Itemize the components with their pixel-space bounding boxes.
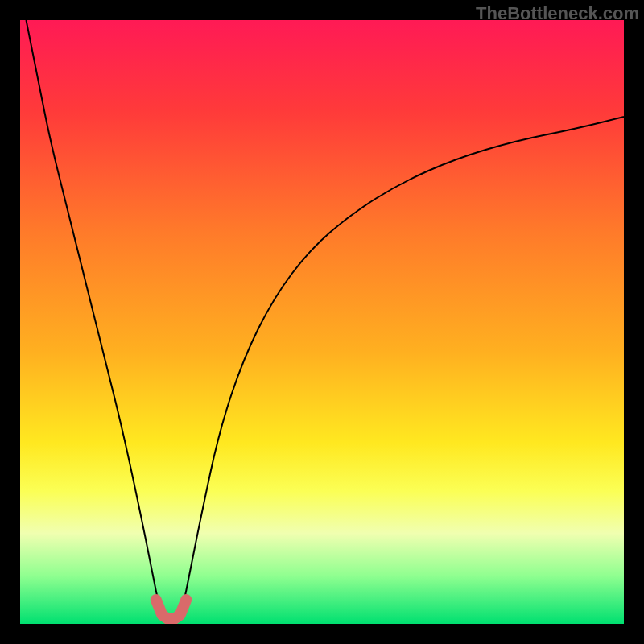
watermark-text: TheBottleneck.com <box>476 3 639 24</box>
plot-area <box>20 20 624 624</box>
chart-container: TheBottleneck.com <box>0 0 644 644</box>
gradient-background <box>20 20 624 624</box>
chart-svg <box>20 20 624 624</box>
